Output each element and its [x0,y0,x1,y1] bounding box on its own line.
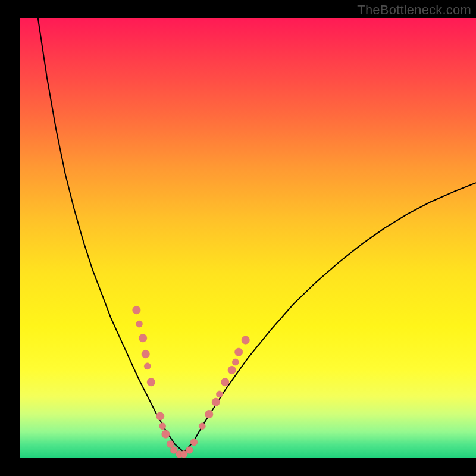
bottleneck-curve [38,18,476,452]
data-marker [133,306,140,314]
data-marker [232,359,239,365]
data-marker [136,321,143,327]
data-marker [205,410,213,418]
data-marker [221,378,229,386]
data-marker [235,348,243,356]
data-marker [159,423,166,430]
chart-frame: TheBottleneck.com [0,0,476,476]
data-marker [212,398,220,406]
chart-overlay [0,0,476,476]
data-marker [147,378,155,386]
data-marker [142,350,149,358]
data-marker [162,430,170,438]
data-marker [167,441,174,448]
data-marker [228,366,236,374]
data-marker [186,447,193,454]
data-marker [144,363,151,369]
data-marker [139,334,146,342]
data-marker [190,439,198,446]
data-marker [156,412,164,420]
data-marker [199,423,205,430]
data-marker [242,336,249,344]
data-marker [216,391,223,397]
